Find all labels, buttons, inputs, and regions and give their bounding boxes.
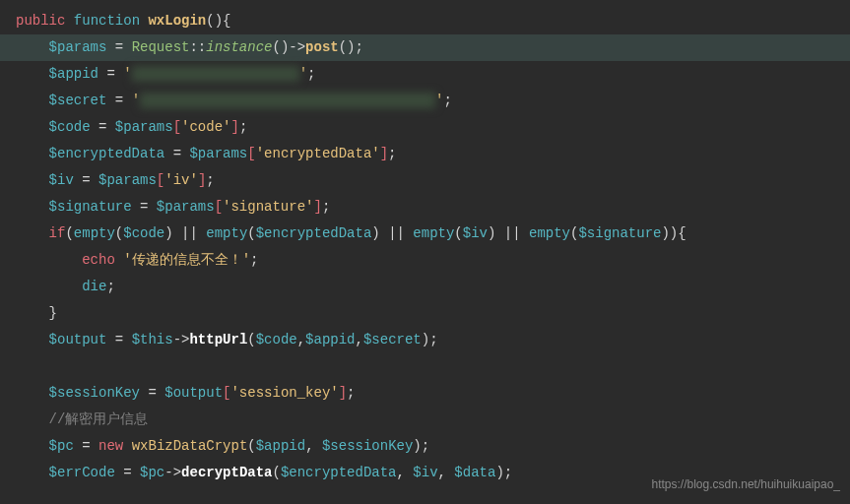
function-name: wxLogin [148,13,206,29]
code-line: $appid = ''; [16,61,850,88]
code-line: $output = $this->httpUrl($code,$appid,$s… [16,327,850,353]
watermark: https://blog.csdn.net/huihuikuaipao_ [652,472,840,498]
code-line: public function wxLogin(){ [16,8,850,34]
code-line: $iv = $params['iv']; [16,167,850,194]
redacted-secret [140,93,435,108]
code-line: } [16,300,850,327]
code-line: $pc = new wxBizDataCrypt($appid, $sessio… [16,433,850,460]
code-line: //解密用户信息 [16,407,850,433]
redacted-appid [132,66,299,82]
code-line: $secret = ''; [16,88,850,114]
code-line-highlighted: $params = Request::instance()->post(); [0,34,850,61]
comment: //解密用户信息 [49,411,149,427]
code-line: if(empty($code) || empty($encryptedData)… [16,220,850,247]
code-editor[interactable]: public function wxLogin(){ $params = Req… [0,0,850,486]
code-line: $signature = $params['signature']; [16,194,850,220]
code-line: $code = $params['code']; [16,114,850,141]
code-line: die; [16,274,850,300]
code-line: $encryptedData = $params['encryptedData'… [16,141,850,167]
code-line: $sessionKey = $output['session_key']; [16,380,850,407]
keyword-function: function [74,13,140,29]
code-line: echo '传递的信息不全！'; [16,247,850,274]
code-line-empty [16,353,850,380]
keyword-public: public [16,13,65,29]
